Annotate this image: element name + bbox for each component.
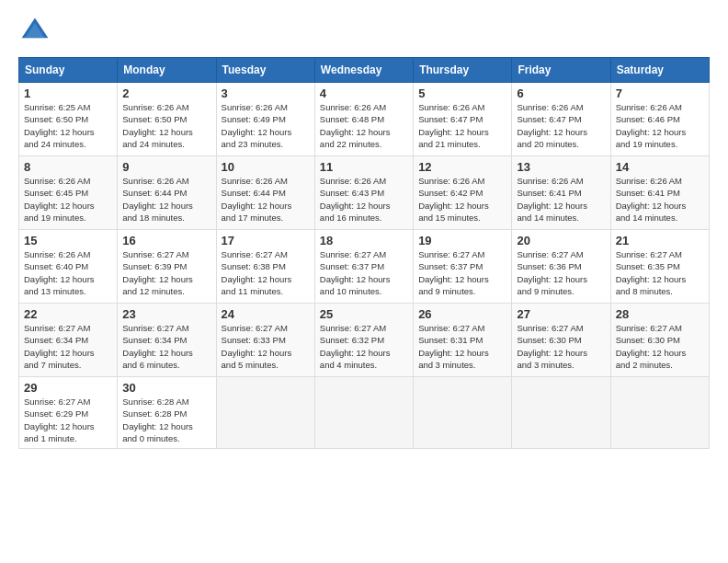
day-number: 28: [616, 307, 704, 321]
calendar-week-row: 15 Sunrise: 6:26 AMSunset: 6:40 PMDaylig…: [19, 230, 710, 304]
day-info: Sunrise: 6:25 AMSunset: 6:50 PMDaylight:…: [24, 101, 112, 150]
day-header-thursday: Thursday: [414, 58, 512, 83]
day-number: 2: [122, 86, 210, 100]
day-header-saturday: Saturday: [610, 58, 709, 83]
calendar-cell: 10 Sunrise: 6:26 AMSunset: 6:44 PMDaylig…: [216, 156, 314, 230]
day-number: 22: [24, 307, 112, 321]
calendar-cell: [610, 377, 709, 449]
calendar-cell: 28 Sunrise: 6:27 AMSunset: 6:30 PMDaylig…: [610, 304, 709, 377]
day-header-monday: Monday: [118, 58, 216, 83]
day-header-friday: Friday: [512, 58, 610, 83]
day-info: Sunrise: 6:27 AMSunset: 6:30 PMDaylight:…: [517, 322, 605, 371]
day-info: Sunrise: 6:26 AMSunset: 6:41 PMDaylight:…: [517, 175, 605, 224]
page-container: SundayMondayTuesdayWednesdayThursdayFrid…: [0, 0, 728, 460]
day-info: Sunrise: 6:26 AMSunset: 6:47 PMDaylight:…: [517, 101, 605, 150]
day-number: 7: [616, 86, 704, 100]
day-number: 15: [24, 234, 112, 247]
day-number: 19: [418, 234, 506, 247]
day-number: 29: [24, 381, 112, 395]
day-info: Sunrise: 6:27 AMSunset: 6:39 PMDaylight:…: [122, 248, 210, 297]
day-info: Sunrise: 6:27 AMSunset: 6:33 PMDaylight:…: [222, 322, 310, 371]
day-number: 4: [320, 86, 408, 100]
logo: [18, 15, 55, 48]
day-header-sunday: Sunday: [19, 58, 118, 83]
calendar-cell: 21 Sunrise: 6:27 AMSunset: 6:35 PMDaylig…: [610, 230, 709, 304]
day-number: 10: [222, 160, 310, 174]
day-number: 12: [418, 160, 506, 174]
day-info: Sunrise: 6:28 AMSunset: 6:28 PMDaylight:…: [122, 396, 210, 444]
day-info: Sunrise: 6:26 AMSunset: 6:49 PMDaylight:…: [222, 101, 310, 150]
day-number: 9: [122, 160, 210, 174]
day-number: 27: [517, 307, 605, 321]
calendar-week-row: 29 Sunrise: 6:27 AMSunset: 6:29 PMDaylig…: [19, 377, 710, 449]
day-info: Sunrise: 6:27 AMSunset: 6:32 PMDaylight:…: [320, 322, 408, 371]
day-info: Sunrise: 6:26 AMSunset: 6:45 PMDaylight:…: [24, 175, 112, 224]
day-info: Sunrise: 6:27 AMSunset: 6:34 PMDaylight:…: [24, 322, 112, 371]
calendar-cell: 23 Sunrise: 6:27 AMSunset: 6:34 PMDaylig…: [118, 304, 216, 377]
day-number: 11: [320, 160, 408, 174]
calendar-cell: 16 Sunrise: 6:27 AMSunset: 6:39 PMDaylig…: [118, 230, 216, 304]
day-number: 18: [320, 234, 408, 247]
day-number: 24: [222, 307, 310, 321]
day-number: 26: [418, 307, 506, 321]
calendar-cell: [512, 377, 610, 449]
calendar-cell: 3 Sunrise: 6:26 AMSunset: 6:49 PMDayligh…: [216, 83, 314, 156]
calendar-cell: 5 Sunrise: 6:26 AMSunset: 6:47 PMDayligh…: [414, 83, 512, 156]
day-number: 8: [24, 160, 112, 174]
calendar-cell: 7 Sunrise: 6:26 AMSunset: 6:46 PMDayligh…: [610, 83, 709, 156]
day-header-tuesday: Tuesday: [216, 58, 314, 83]
calendar-cell: 20 Sunrise: 6:27 AMSunset: 6:36 PMDaylig…: [512, 230, 610, 304]
calendar-cell: 17 Sunrise: 6:27 AMSunset: 6:38 PMDaylig…: [216, 230, 314, 304]
day-number: 23: [122, 307, 210, 321]
day-info: Sunrise: 6:26 AMSunset: 6:42 PMDaylight:…: [418, 175, 506, 224]
calendar-cell: 2 Sunrise: 6:26 AMSunset: 6:50 PMDayligh…: [118, 83, 216, 156]
day-info: Sunrise: 6:27 AMSunset: 6:31 PMDaylight:…: [418, 322, 506, 371]
calendar-cell: 4 Sunrise: 6:26 AMSunset: 6:48 PMDayligh…: [314, 83, 413, 156]
day-info: Sunrise: 6:26 AMSunset: 6:46 PMDaylight:…: [616, 101, 704, 150]
calendar-table: SundayMondayTuesdayWednesdayThursdayFrid…: [18, 57, 710, 449]
day-info: Sunrise: 6:27 AMSunset: 6:29 PMDaylight:…: [24, 396, 112, 444]
logo-icon: [18, 15, 51, 48]
calendar-cell: 24 Sunrise: 6:27 AMSunset: 6:33 PMDaylig…: [216, 304, 314, 377]
day-info: Sunrise: 6:26 AMSunset: 6:43 PMDaylight:…: [320, 175, 408, 224]
calendar-cell: 26 Sunrise: 6:27 AMSunset: 6:31 PMDaylig…: [414, 304, 512, 377]
day-number: 5: [418, 86, 506, 100]
day-number: 6: [517, 86, 605, 100]
day-number: 20: [517, 234, 605, 247]
calendar-cell: 11 Sunrise: 6:26 AMSunset: 6:43 PMDaylig…: [314, 156, 413, 230]
day-number: 21: [616, 234, 704, 247]
day-number: 16: [122, 234, 210, 247]
calendar-cell: 22 Sunrise: 6:27 AMSunset: 6:34 PMDaylig…: [19, 304, 118, 377]
calendar-cell: 6 Sunrise: 6:26 AMSunset: 6:47 PMDayligh…: [512, 83, 610, 156]
day-number: 3: [222, 86, 310, 100]
day-number: 17: [222, 234, 310, 247]
calendar-cell: 8 Sunrise: 6:26 AMSunset: 6:45 PMDayligh…: [19, 156, 118, 230]
day-number: 30: [122, 381, 210, 395]
day-info: Sunrise: 6:26 AMSunset: 6:47 PMDaylight:…: [418, 101, 506, 150]
day-info: Sunrise: 6:27 AMSunset: 6:36 PMDaylight:…: [517, 248, 605, 297]
day-info: Sunrise: 6:26 AMSunset: 6:41 PMDaylight:…: [616, 175, 704, 224]
day-info: Sunrise: 6:27 AMSunset: 6:37 PMDaylight:…: [320, 248, 408, 297]
calendar-cell: 12 Sunrise: 6:26 AMSunset: 6:42 PMDaylig…: [414, 156, 512, 230]
day-info: Sunrise: 6:27 AMSunset: 6:34 PMDaylight:…: [122, 322, 210, 371]
day-info: Sunrise: 6:27 AMSunset: 6:30 PMDaylight:…: [616, 322, 704, 371]
calendar-cell: 19 Sunrise: 6:27 AMSunset: 6:37 PMDaylig…: [414, 230, 512, 304]
calendar-cell: 9 Sunrise: 6:26 AMSunset: 6:44 PMDayligh…: [118, 156, 216, 230]
day-info: Sunrise: 6:26 AMSunset: 6:50 PMDaylight:…: [122, 101, 210, 150]
day-number: 13: [517, 160, 605, 174]
calendar-cell: 14 Sunrise: 6:26 AMSunset: 6:41 PMDaylig…: [610, 156, 709, 230]
day-info: Sunrise: 6:27 AMSunset: 6:38 PMDaylight:…: [222, 248, 310, 297]
day-info: Sunrise: 6:27 AMSunset: 6:37 PMDaylight:…: [418, 248, 506, 297]
calendar-cell: 13 Sunrise: 6:26 AMSunset: 6:41 PMDaylig…: [512, 156, 610, 230]
header: [18, 15, 710, 48]
calendar-cell: [314, 377, 413, 449]
calendar-cell: 1 Sunrise: 6:25 AMSunset: 6:50 PMDayligh…: [19, 83, 118, 156]
calendar-week-row: 8 Sunrise: 6:26 AMSunset: 6:45 PMDayligh…: [19, 156, 710, 230]
calendar-cell: 15 Sunrise: 6:26 AMSunset: 6:40 PMDaylig…: [19, 230, 118, 304]
day-info: Sunrise: 6:27 AMSunset: 6:35 PMDaylight:…: [616, 248, 704, 297]
calendar-cell: 29 Sunrise: 6:27 AMSunset: 6:29 PMDaylig…: [19, 377, 118, 449]
calendar-header-row: SundayMondayTuesdayWednesdayThursdayFrid…: [19, 58, 710, 83]
day-header-wednesday: Wednesday: [314, 58, 413, 83]
calendar-cell: 30 Sunrise: 6:28 AMSunset: 6:28 PMDaylig…: [118, 377, 216, 449]
day-number: 14: [616, 160, 704, 174]
